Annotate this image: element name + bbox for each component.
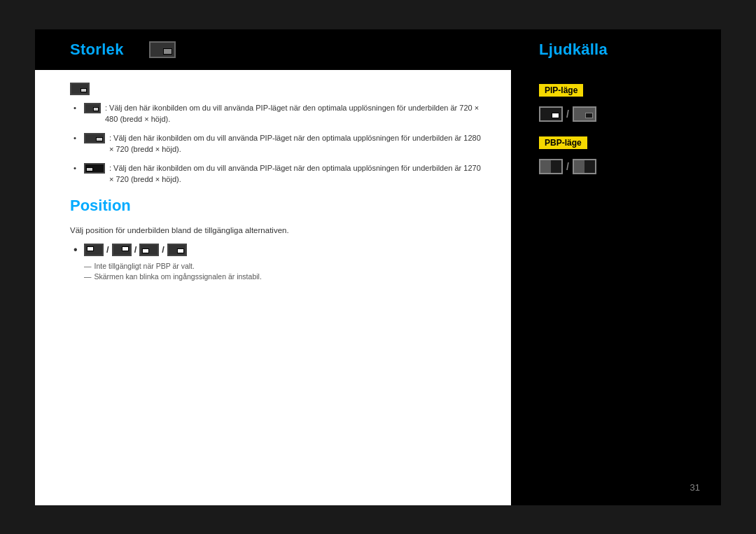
pos-icon-tl bbox=[84, 244, 104, 256]
pip-icon-main bbox=[539, 106, 563, 122]
right-content: PIP-läge / bbox=[511, 70, 721, 505]
top-banner: Storlek Ljudkälla bbox=[35, 29, 721, 70]
storlek-title: Storlek bbox=[70, 41, 124, 59]
pip-mode-section: PIP-läge / bbox=[539, 80, 700, 122]
pbp-mode-section: PBP-läge / bbox=[539, 136, 700, 174]
storlek-icon-3 bbox=[84, 163, 105, 174]
footnote-2: —Skärmen kan blinka om ingångssignalen ä… bbox=[70, 272, 483, 281]
pos-icon-bl bbox=[139, 244, 159, 256]
pip-icon-small bbox=[70, 83, 90, 95]
position-body-text: Välj position för underbilden bland de t… bbox=[70, 225, 483, 237]
pip-label: PIP-läge bbox=[539, 84, 583, 97]
pbp-label: PBP-läge bbox=[539, 136, 587, 149]
storlek-bullet-list: : Välj den här ikonbilden om du vill anv… bbox=[70, 102, 483, 185]
storlek-icon-1 bbox=[84, 103, 101, 113]
storlek-bullet-3: : Välj den här ikonbilden om du vill anv… bbox=[70, 162, 483, 185]
storlek-banner: Storlek bbox=[35, 29, 511, 70]
pbp-icon-left bbox=[539, 159, 563, 174]
main-content: : Välj den här ikonbilden om du vill anv… bbox=[35, 70, 721, 505]
pos-sep-1: / bbox=[106, 244, 109, 255]
pip-slash: / bbox=[566, 108, 569, 120]
storlek-icons-row bbox=[70, 83, 483, 95]
pos-icon-br bbox=[167, 244, 187, 256]
pip-icons-row: / bbox=[539, 106, 700, 122]
pos-sep-3: / bbox=[162, 244, 164, 255]
storlek-icon-large bbox=[149, 41, 176, 58]
position-heading: Position bbox=[70, 197, 483, 215]
pbp-icons-row: / bbox=[539, 159, 700, 174]
storlek-bullet-1: : Välj den här ikonbilden om du vill anv… bbox=[70, 102, 483, 125]
ljudkalla-banner: Ljudkälla bbox=[511, 29, 721, 70]
left-content: : Välj den här ikonbilden om du vill anv… bbox=[35, 70, 511, 505]
storlek-icon-2 bbox=[84, 133, 105, 143]
pip-icon-alt bbox=[573, 106, 596, 122]
pbp-slash: / bbox=[566, 161, 569, 172]
position-icons-item: • / / bbox=[70, 244, 483, 256]
pbp-icon-right bbox=[573, 159, 596, 174]
pos-icon-tr bbox=[112, 244, 132, 256]
pos-sep-2: / bbox=[134, 244, 137, 255]
storlek-bullet-2: : Välj den här ikonbilden om du vill anv… bbox=[70, 132, 483, 155]
page-number: 31 bbox=[690, 482, 700, 493]
ljudkalla-title: Ljudkälla bbox=[539, 41, 608, 59]
footnote-1: —Inte tillgängligt när PBP är valt. bbox=[70, 262, 483, 270]
position-section: Position Välj position för underbilden b… bbox=[70, 197, 483, 281]
position-icon-list: • / / bbox=[70, 244, 483, 256]
